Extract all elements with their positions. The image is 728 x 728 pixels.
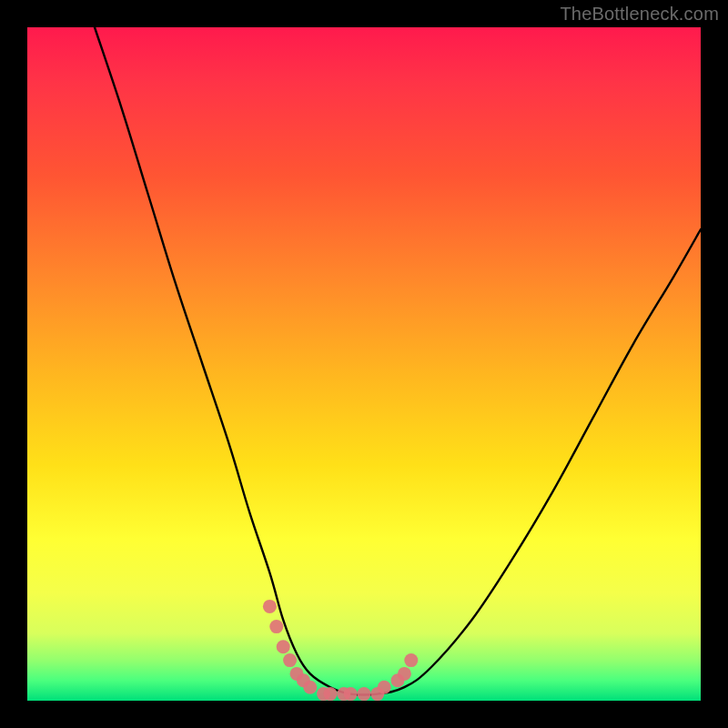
highlight-dot xyxy=(344,687,358,701)
highlight-dot xyxy=(303,681,317,694)
highlight-dot xyxy=(404,653,418,667)
highlight-dot xyxy=(277,640,290,653)
watermark-text: TheBottleneck.com xyxy=(560,4,719,25)
highlight-dot xyxy=(283,653,297,667)
bottleneck-curve xyxy=(95,27,701,695)
highlight-dot xyxy=(269,620,283,633)
highlight-dots xyxy=(263,600,418,701)
highlight-dot xyxy=(378,681,391,694)
chart-frame: TheBottleneck.com xyxy=(0,0,728,728)
plot-area xyxy=(27,27,701,701)
highlight-dot xyxy=(358,687,371,701)
highlight-dot xyxy=(324,687,338,701)
highlight-dot xyxy=(398,667,411,681)
curve-layer xyxy=(27,27,701,701)
highlight-dot xyxy=(263,600,277,613)
